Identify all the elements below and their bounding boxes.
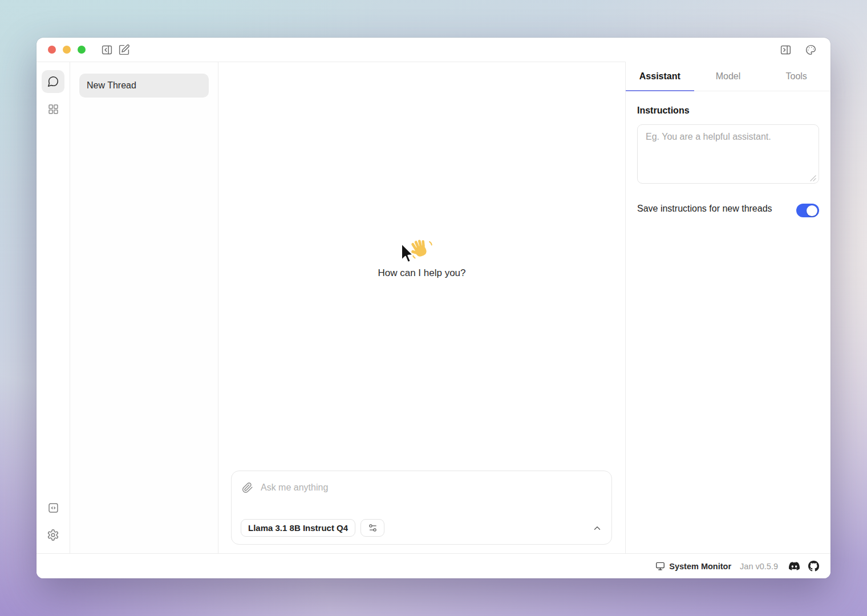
rail-item-settings[interactable] [42,524,64,546]
titlebar [37,38,830,62]
save-instructions-row: Save instructions for new threads [637,201,819,217]
toggle-knob [807,205,817,216]
discord-icon [789,561,800,572]
system-monitor-label: System Monitor [669,562,731,571]
panel-tabs: Assistant Model Tools [626,62,830,91]
waving-hand-emoji [410,238,434,263]
app-version: Jan v0.5.9 [740,562,778,571]
tab-model[interactable]: Model [694,62,763,91]
monitor-icon [655,561,665,571]
tab-assistant[interactable]: Assistant [626,62,694,91]
greeting: How can I help you? [218,238,625,279]
rail-item-threads[interactable] [42,70,64,93]
thread-item-new-thread[interactable]: New Thread [79,74,209,98]
greeting-text: How can I help you? [378,268,465,279]
model-settings-button[interactable] [360,519,384,537]
instructions-textarea[interactable] [637,124,819,184]
minimize-button[interactable] [63,46,71,54]
discord-link[interactable] [789,561,800,572]
save-instructions-toggle[interactable] [796,204,819,217]
instructions-label: Instructions [637,106,819,116]
sliders-icon [368,523,378,533]
sidebar-toggle-button[interactable] [98,42,115,58]
palette-icon [805,44,817,56]
grid-icon [47,103,59,115]
thread-item-label: New Thread [87,80,136,91]
mouse-cursor [400,243,414,267]
rail-item-local-api[interactable] [42,496,64,519]
content: New Thread [37,62,830,553]
sidebar-toggle-icon [101,44,113,56]
rail-item-hub[interactable] [42,98,64,120]
chevron-up-icon [592,523,602,533]
model-selector[interactable]: Llama 3.1 8B Instruct Q4 [241,519,355,537]
new-thread-button[interactable] [115,42,132,58]
tab-tools[interactable]: Tools [762,62,830,91]
icon-rail [37,62,70,553]
github-link[interactable] [808,561,819,572]
github-icon [808,561,819,572]
system-monitor-button[interactable]: System Monitor [655,561,731,571]
thread-list: New Thread [70,62,218,553]
app-window: New Thread [37,38,830,578]
theme-button[interactable] [802,42,819,58]
assistant-panel: Assistant Model Tools Instructions [625,62,830,553]
save-instructions-label: Save instructions for new threads [637,201,772,216]
zoom-button[interactable] [78,46,86,54]
chat-bubble-icon [47,75,59,88]
model-selector-label: Llama 3.1 8B Instruct Q4 [248,523,348,533]
local-api-icon [47,502,59,514]
paperclip-icon [242,482,253,493]
traffic-lights [48,46,86,54]
panel-toggle-icon [780,44,792,56]
panel-toggle-button[interactable] [777,42,794,58]
close-button[interactable] [48,46,56,54]
new-thread-icon [118,44,130,56]
gear-icon [47,529,59,541]
composer-collapse-button[interactable] [592,523,602,533]
chat-area: How can I help you? Llama 3.1 8B Instruc… [218,62,625,553]
statusbar: System Monitor Jan v0.5.9 [37,553,830,578]
message-input[interactable] [261,483,602,493]
attach-button[interactable] [241,481,254,495]
composer: Llama 3.1 8B Instruct Q4 [231,471,612,545]
